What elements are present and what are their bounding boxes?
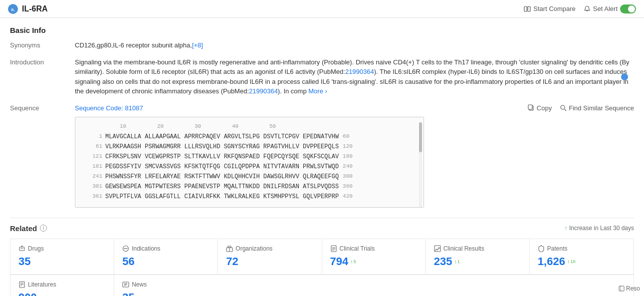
seq-data: VLRKPAAGSH PSRWAGMGRR LLLRSVQLHD SGNYSCY…: [105, 142, 339, 151]
org-icon: [226, 245, 233, 252]
sequence-label: Sequence: [10, 103, 75, 112]
trials-badge: ↑5: [350, 259, 356, 265]
indication-icon: [122, 245, 129, 252]
results-label-row: Clinical Results: [434, 245, 521, 252]
seq-num-left: 301: [82, 182, 102, 191]
alert-toggle[interactable]: [620, 4, 636, 13]
news-value: 35: [122, 291, 210, 296]
sequence-actions: Copy Find Similar Sequence: [528, 104, 634, 112]
seq-num-right: 360: [343, 182, 353, 191]
seq-num-left: 61: [82, 142, 102, 151]
trials-count: 794: [330, 255, 349, 268]
news-label-row: News: [122, 281, 210, 288]
seq-line-7: 361 SVPLPTFLVA GGSLAFGTLL CIAIVLRFKK TWK…: [82, 192, 417, 201]
scroll-thumb: [419, 122, 422, 152]
introduction-row: Introduction Signaling via the membrane-…: [10, 57, 634, 96]
sequence-content: Sequence Code: 81087 Copy Find Similar S…: [75, 103, 634, 208]
compare-icon: [524, 5, 531, 12]
svg-line-7: [565, 109, 567, 111]
stats-indications[interactable]: Indications 56: [114, 239, 218, 275]
seq-num-left: 361: [82, 192, 102, 201]
patents-label-row: Patents: [538, 245, 626, 252]
patents-count: 1,626: [538, 255, 565, 268]
main-content: Basic Info Synonyms CD126,gp80,IL-6 rece…: [0, 18, 644, 296]
indications-value: 56: [122, 255, 210, 268]
related-title-text: Related: [10, 224, 37, 233]
trials-label-row: Clinical Trials: [330, 245, 418, 252]
pubmed-link-2[interactable]: 21990364: [249, 87, 278, 95]
stats-drugs[interactable]: Drugs 35: [10, 239, 114, 275]
related-trend: ↑ Increase in Last 30 days: [564, 225, 634, 232]
seq-num-right: 420: [343, 192, 353, 201]
pubmed-link-1[interactable]: 21990364: [345, 68, 374, 75]
sequence-header: Sequence Code: 81087 Copy Find Similar S…: [75, 103, 634, 113]
reso-label: Reso: [626, 285, 640, 292]
seq-line-5: 241 PHSWNSSFYR LRFELARYAE RSKTFTTWWV KDL…: [82, 172, 417, 181]
more-link[interactable]: More ›: [308, 87, 327, 95]
header: IL IL-6RA Start Compare Set Alert: [0, 0, 644, 18]
introduction-value: Signaling via the membrane-bound IL6R is…: [75, 57, 634, 96]
seq-line-1: 1 MLAVGCALLA ALLAAPGAAL APRRCPAQEV ARGVL…: [82, 132, 417, 141]
seq-num-left: 121: [82, 152, 102, 161]
sequence-box: 10 20 30 40 50 1 MLAVGCALLA ALLAAPGAAL A…: [75, 117, 424, 208]
patent-icon: [538, 245, 545, 252]
result-icon: [434, 245, 441, 252]
sequence-code-link[interactable]: Sequence Code: 81087: [75, 103, 143, 113]
ruler-40: 40: [216, 122, 254, 131]
seq-num-left: 181: [82, 162, 102, 171]
page-title: IL-6RA: [22, 4, 48, 13]
indications-label: Indications: [132, 245, 160, 252]
copy-icon: [528, 104, 535, 111]
results-label: Clinical Results: [443, 245, 484, 252]
find-similar-button[interactable]: Find Similar Sequence: [560, 104, 634, 112]
scroll-track: [419, 122, 422, 208]
seq-num-right: 120: [343, 142, 353, 151]
search-icon: [560, 104, 567, 111]
stats-news[interactable]: News 35: [114, 275, 218, 296]
seq-data: PHSWNSSFYR LRFELARYAE RSKTFTTWWV KDLQHHC…: [105, 172, 339, 181]
patents-label: Patents: [547, 245, 568, 252]
blue-indicator: [621, 73, 628, 80]
sequence-row: Sequence Sequence Code: 81087 Copy Find …: [10, 103, 634, 208]
svg-point-13: [124, 248, 125, 249]
synonyms-value: CD126,gp80,IL-6 receptor subunit alpha,[…: [75, 40, 634, 50]
results-badge: ↑1: [454, 259, 460, 265]
sequence-scrollbar[interactable]: [419, 117, 423, 207]
seq-num-right: 300: [343, 172, 353, 181]
start-compare-button[interactable]: Start Compare: [524, 5, 576, 12]
trials-label: Clinical Trials: [340, 245, 375, 252]
related-title: Related i: [10, 224, 47, 233]
set-alert-button[interactable]: Set Alert: [584, 4, 636, 13]
stats-patents[interactable]: Patents 1,626 ↑10: [530, 239, 634, 275]
seq-data: CFRKSPLSNV VCEWGPRSTP SLTTKAVLLV RKFQNSP…: [105, 152, 339, 161]
orgs-value: 72: [226, 255, 313, 268]
svg-rect-2: [524, 6, 527, 11]
svg-point-15: [127, 248, 128, 249]
set-alert-label: Set Alert: [593, 5, 618, 12]
stats-clinical-trials[interactable]: Clinical Trials 794 ↑5: [322, 239, 426, 275]
copy-button[interactable]: Copy: [528, 104, 552, 112]
seq-data: SVPLPTFLVA GGSLAFGTLL CIAIVLRFKK TWKLRAL…: [105, 192, 339, 201]
lit-value: 900: [18, 291, 106, 296]
results-count: 235: [434, 255, 452, 268]
stats-empty: [218, 275, 634, 296]
svg-point-6: [561, 105, 565, 109]
patents-value: 1,626 ↑10: [538, 255, 626, 268]
synonyms-label: Synonyms: [10, 40, 75, 49]
results-value: 235 ↑1: [434, 255, 521, 268]
related-info-icon[interactable]: i: [40, 225, 47, 232]
drugs-label-row: Drugs: [18, 245, 106, 252]
seq-line-2: 61 VLRKPAAGSH PSRWAGMGRR LLLRSVQLHD SGNY…: [82, 142, 417, 151]
find-similar-label: Find Similar Sequence: [569, 104, 634, 112]
synonyms-more-link[interactable]: [+8]: [192, 41, 203, 49]
news-icon: [122, 281, 129, 288]
drugs-label: Drugs: [28, 245, 44, 252]
stats-grid-row2: Literatures 900 News 35: [10, 275, 634, 296]
seq-data: GEWSEWSPEA MGTPWTESRS PPAENEVSTP MQALTTN…: [105, 182, 339, 191]
reso-indicator: Reso: [619, 285, 640, 292]
stats-literatures[interactable]: Literatures 900: [10, 275, 114, 296]
introduction-text: Signaling via the membrane-bound IL6R is…: [75, 58, 630, 95]
trial-icon: [330, 245, 337, 252]
stats-clinical-results[interactable]: Clinical Results 235 ↑1: [426, 239, 530, 275]
stats-organizations[interactable]: Organizations 72: [218, 239, 322, 275]
